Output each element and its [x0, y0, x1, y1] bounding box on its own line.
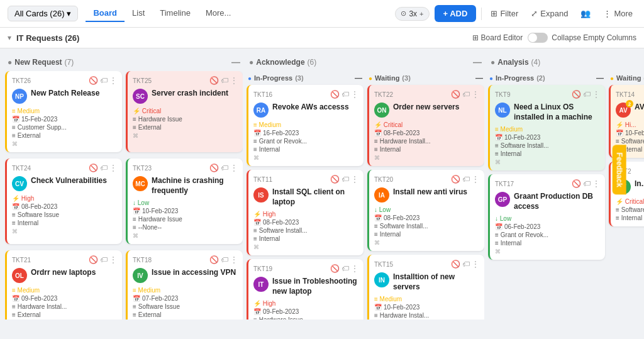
block-icon[interactable]: 🚫	[89, 164, 98, 172]
card-internal: External	[18, 311, 41, 318]
all-cards-button[interactable]: All Cards (26) ▾	[8, 6, 78, 21]
in-progress-2-count: (2)	[536, 74, 545, 82]
dots-icon[interactable]: ⋮	[109, 164, 117, 172]
tag-icon[interactable]: 🏷	[100, 255, 108, 264]
card-tkt11[interactable]: TKT11 🚫 🏷 ⋮ IS Install SQL client on lap…	[247, 170, 364, 255]
expand-button[interactable]: ⤢ Expand	[527, 6, 572, 21]
card-category: Hardware Issue	[259, 316, 303, 320]
category-icon: ≡	[133, 116, 136, 123]
tag-icon[interactable]: 🏷	[462, 175, 470, 184]
tag-icon[interactable]: 🏷	[583, 90, 591, 99]
dots-icon[interactable]: ⋮	[592, 90, 600, 99]
block-icon[interactable]: 🚫	[572, 179, 581, 188]
card-tkt18[interactable]: TKT18 🚫 🏷 ⋮ IV Issue in accessing VPN ≡ …	[126, 250, 243, 320]
block-icon[interactable]: 🚫	[330, 264, 340, 273]
priority-badge: ≡ Medium	[133, 287, 160, 294]
tab-timeline[interactable]: Timeline	[152, 5, 198, 22]
tag-icon[interactable]: 🏷	[100, 76, 108, 85]
dots-icon[interactable]: ⋮	[472, 175, 479, 184]
card-actions: 🚫 🏷 ⋮	[89, 164, 117, 172]
block-icon[interactable]: 🚫	[451, 175, 460, 184]
card-title: Install SQL client on laptop	[272, 187, 358, 207]
card-tkt15[interactable]: TKT15 🚫 🏷 ⋮ IN Installtion of new server…	[367, 255, 484, 320]
block-icon[interactable]: 🚫	[89, 76, 98, 85]
card-internal: Internal	[380, 146, 401, 153]
badge-3x: 3x	[409, 9, 417, 18]
tag-icon[interactable]: 🏷	[221, 76, 228, 85]
card-tkt22[interactable]: TKT22 🚫 🏷 ⋮ ON Order new servers ⚡ Criti…	[367, 85, 484, 166]
tab-list[interactable]: List	[125, 5, 152, 22]
add-button[interactable]: + ADD	[435, 5, 477, 22]
card-tkt16[interactable]: TKT16 🚫 🏷 ⋮ RA Revoke AWs accesss ≡ Medi…	[247, 85, 364, 166]
card-title: Server crash incident	[152, 89, 228, 99]
in-progress-minus[interactable]: —	[355, 74, 362, 82]
card-tkt23[interactable]: TKT23 🚫 🏷 ⋮ MC Machine is crashing frequ…	[126, 158, 243, 244]
filter-button[interactable]: ⊞ Filter	[487, 6, 522, 21]
card-tkt20[interactable]: TKT20 🚫 🏷 ⋮ IA Install new anti virus ↓ …	[367, 170, 484, 251]
tag-icon[interactable]: 🏷	[341, 90, 349, 99]
dots-icon[interactable]: ⋮	[472, 260, 479, 269]
board-editor-button[interactable]: ⊞ Board Editor	[472, 33, 523, 42]
priority-badge: ≡ Medium	[12, 108, 40, 114]
tag-icon[interactable]: 🏷	[583, 179, 591, 188]
tab-board[interactable]: Board	[86, 5, 125, 22]
dots-icon[interactable]: ⋮	[230, 255, 238, 264]
card-actions: 🚫 🏷 ⋮	[89, 76, 117, 85]
chevron-down-icon: ▾	[67, 9, 71, 18]
dots-icon[interactable]: ⋮	[472, 90, 479, 99]
dots-icon[interactable]: ⋮	[230, 164, 238, 172]
card-id: TKT14	[616, 91, 635, 98]
card-title: Installtion of new servers	[393, 272, 479, 292]
tag-icon[interactable]: 🏷	[341, 175, 349, 184]
tag-icon[interactable]: 🏷	[100, 164, 108, 172]
card-category: Software Issue	[18, 211, 59, 218]
card-tkt24[interactable]: TKT24 🚫 🏷 ⋮ CV Check Vulnerabilities ⚡ H…	[5, 158, 122, 244]
waiting-2-label: Waiting	[616, 74, 641, 82]
card-tkt21[interactable]: TKT21 🚫 🏷 ⋮ OL Ordrr new laptops ≡ Mediu…	[5, 250, 122, 320]
feedback-tab[interactable]: Feedback	[612, 145, 626, 194]
dots-icon[interactable]: ⋮	[592, 179, 600, 188]
dots-icon[interactable]: ⋮	[351, 264, 358, 273]
collapse-empty-toggle[interactable]	[528, 33, 548, 43]
dots-icon[interactable]: ⋮	[230, 76, 238, 85]
block-icon[interactable]: 🚫	[572, 90, 581, 99]
block-icon[interactable]: 🚫	[330, 90, 340, 99]
col-header-analysis: ● Analysis (4) —	[488, 53, 644, 71]
new-request-minus[interactable]: —	[231, 57, 240, 67]
internal-icon: ≡	[12, 132, 16, 139]
acknowledge-minus[interactable]: —	[473, 57, 482, 67]
dots-icon[interactable]: ⋮	[351, 90, 358, 99]
more-button[interactable]: ⋮ More	[599, 6, 636, 21]
block-icon[interactable]: 🚫	[89, 255, 98, 264]
tag-icon[interactable]: 🏷	[221, 164, 228, 172]
category-icon: ≡	[12, 211, 16, 218]
card-tkt25[interactable]: TKT25 🚫 🏷 ⋮ SC Server crash incident ⚡ C…	[126, 71, 243, 152]
dots-icon[interactable]: ⋮	[109, 76, 117, 85]
tab-more[interactable]: More...	[198, 5, 238, 22]
block-icon[interactable]: 🚫	[209, 255, 219, 264]
new-request-title: New Request	[14, 58, 62, 67]
waiting-minus[interactable]: —	[475, 74, 483, 82]
tag-icon[interactable]: 🏷	[341, 264, 349, 273]
card-date: 06-Feb-2023	[504, 223, 540, 230]
block-icon[interactable]: 🚫	[209, 76, 219, 85]
collapse-empty-group: Collapse Empty Columns	[528, 33, 636, 43]
dots-icon[interactable]: ⋮	[351, 175, 358, 184]
calendar-icon: 📅	[374, 130, 382, 136]
block-icon[interactable]: 🚫	[451, 90, 460, 99]
card-tkt17[interactable]: TKT17 🚫 🏷 ⋮ GP Graant Production DB acce…	[488, 174, 605, 260]
card-tkt9[interactable]: TKT9 🚫 🏷 ⋮ NL Need a Linux OS installed …	[488, 85, 605, 170]
block-icon[interactable]: 🚫	[451, 260, 460, 269]
avatar: GP	[495, 192, 510, 207]
users-button[interactable]: 👥	[577, 6, 594, 21]
card-tkt26[interactable]: TKT26 🚫 🏷 ⋮ NP New Patch Release ≡ Mediu…	[5, 71, 122, 152]
dots-icon[interactable]: ⋮	[109, 255, 117, 264]
tag-icon[interactable]: 🏷	[221, 255, 228, 264]
tag-icon[interactable]: 🏷	[462, 90, 470, 99]
in-progress-2-minus[interactable]: —	[596, 74, 604, 82]
card-tkt19[interactable]: TKT19 🚫 🏷 ⋮ IT Issue in Trobleshooting n…	[247, 259, 364, 320]
internal-icon: ≡	[12, 220, 16, 226]
block-icon[interactable]: 🚫	[209, 164, 219, 172]
block-icon[interactable]: 🚫	[330, 175, 340, 184]
tag-icon[interactable]: 🏷	[462, 260, 470, 269]
